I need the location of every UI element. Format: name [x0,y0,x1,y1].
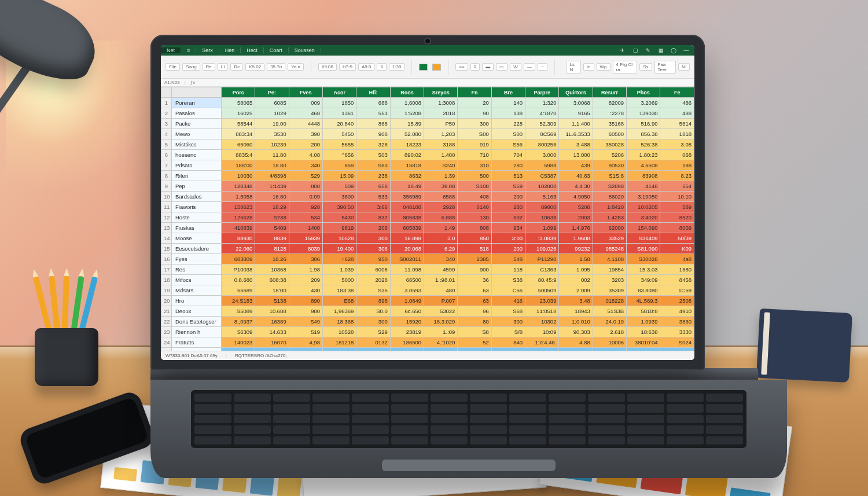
cell[interactable]: 516.90 [627,119,660,129]
cell[interactable]: 3:66 [356,202,390,212]
circle-icon[interactable]: ◯ [669,46,678,55]
row-number[interactable]: 1 [161,98,172,108]
ribbon-item[interactable]: Ls N [566,61,580,74]
ribbon-item[interactable]: 4 Frg Cl ra [613,61,638,74]
cell[interactable]: 15.3.03 [627,264,660,275]
cell[interactable]: S002011 [390,254,424,264]
cell[interactable]: 10:0205 [627,202,660,212]
cell[interactable]: S68 [491,306,525,317]
cell[interactable]: :3.0839 [525,233,559,244]
cell[interactable]: 1029 [255,108,289,119]
cell[interactable]: 306 [356,244,390,254]
cell[interactable]: 554 [660,181,694,192]
cell[interactable]: 186500 [390,337,424,348]
cell[interactable]: 3.2069 [627,98,660,108]
column-header[interactable]: Quirtors [559,87,593,98]
cell[interactable]: 509 [323,181,356,192]
cell[interactable]: 1.5058 [222,192,255,202]
cell[interactable]: 328 [356,139,390,150]
cell[interactable]: 4590 [424,264,458,275]
column-header[interactable]: Sreyos [424,87,458,98]
table-row[interactable]: 20Hro24:S183S138890E688981.0849P.0076341… [161,296,694,306]
cell[interactable]: 5810:8 [627,306,660,317]
cell[interactable]: 310 [458,160,491,171]
cell[interactable]: 504'.09 [222,348,255,351]
row-label[interactable]: Fiaworis [172,202,222,212]
cell[interactable]: 126628 [222,212,255,223]
cell[interactable]: 002 [559,275,593,285]
cell[interactable]: 2018 [424,108,458,119]
cell[interactable]: 23.039 [525,296,559,306]
ribbon-item[interactable]: ≡ [470,63,480,71]
cell[interactable]: 20 [458,98,491,108]
cell[interactable]: 181218 [323,337,356,348]
cell[interactable]: 8.,0937 [222,317,255,327]
theme-swatch-amber[interactable] [432,64,441,71]
cell[interactable]: 8C569 [525,129,559,139]
cell[interactable]: 018228 [593,296,626,306]
row-number[interactable]: 16 [161,254,172,264]
ribbon-item[interactable]: A5:0 [358,63,374,71]
cell[interactable]: 837 [356,212,390,223]
cell[interactable]: 20.840 [323,119,356,129]
cell[interactable]: 300 [491,317,525,327]
ribbon-tab[interactable]: Hect [241,47,264,53]
row-label[interactable]: Mifocs [172,275,222,285]
cell[interactable]: 320063 [627,348,660,351]
cell[interactable]: 109:026 [525,244,559,254]
row-number[interactable]: 12 [161,212,172,223]
row-number[interactable]: 24 [161,337,172,348]
cell[interactable]: 5614 [660,119,694,129]
cell[interactable]: 009 [289,98,322,108]
row-number[interactable]: 17 [161,264,172,275]
cell[interactable]: 710 [458,150,491,160]
cell[interactable]: 308848 [525,348,559,351]
cell[interactable]: 51S3B [593,306,626,317]
cell[interactable]: 8009 [660,223,694,233]
cell[interactable]: S024 [660,337,694,348]
cell[interactable]: 2003 [559,212,593,223]
cell[interactable]: .4148 [627,181,660,192]
cell[interactable]: 18808 [323,348,356,351]
ribbon-item[interactable]: LI [218,63,229,71]
cell[interactable]: S29 [356,327,390,337]
cell[interactable]: 8458 [660,275,694,285]
cell[interactable]: S83 [356,160,390,171]
cell[interactable]: 20:068 [390,244,424,254]
column-header[interactable]: Fe [660,87,694,98]
table-row[interactable]: 7Pdsato188:0018.80340859S8315818S2403102… [161,160,694,171]
cell[interactable]: 3.000 [525,150,559,160]
cell[interactable]: 11.80 [255,150,289,160]
cell[interactable]: 919 [458,139,491,150]
cell[interactable]: E68 [323,296,356,306]
ribbon-item[interactable]: Rc [230,63,243,71]
cell[interactable]: 15939 [289,233,322,244]
cell[interactable]: 6085 [255,98,289,108]
cell[interactable]: 16.3:029 [424,317,458,327]
cell[interactable]: 8839 [255,233,289,244]
data-table[interactable]: PorcPe:FvesAcorHfi:RoosSreyosFnBreParpre… [161,87,694,351]
cell[interactable]: 18223 [390,139,424,150]
cell[interactable]: 4.4.30 [559,181,593,192]
table-row[interactable]: 12Hoste126628S73853454308378058386.88813… [161,212,694,223]
row-label[interactable]: Pdsato [172,160,222,171]
cell[interactable]: 468 [289,108,322,119]
row-label[interactable]: Deoux [172,306,222,317]
cell[interactable]: 408 [458,192,491,202]
cell[interactable]: 10.688 [255,306,289,317]
cell[interactable]: 83908 [627,171,660,181]
row-label-header[interactable] [172,87,222,98]
cell[interactable]: S138 [255,296,289,306]
cell[interactable]: 518 [458,244,491,254]
cell[interactable]: 36 [458,275,491,285]
cell[interactable]: 048188 [390,202,424,212]
cell[interactable]: 19.00 [255,119,289,129]
table-row[interactable]: 1Poreran58065608500918506881,60081:30082… [161,98,694,108]
cell[interactable]: 589 [660,202,694,212]
cell[interactable]: 502 [491,212,525,223]
column-header[interactable]: Roos [390,87,424,98]
cell[interactable]: 90 [458,108,491,119]
cell[interactable]: ^656 [323,150,356,160]
cell[interactable]: 1:39 [424,171,458,181]
cell[interactable]: 1:3008 [424,98,458,108]
